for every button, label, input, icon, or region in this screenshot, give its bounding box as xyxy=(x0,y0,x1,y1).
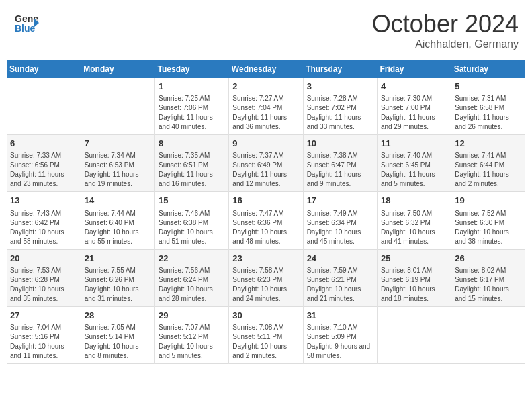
day-info: Sunrise: 7:49 AMSunset: 6:34 PMDaylight:… xyxy=(307,209,373,246)
day-number: 2 xyxy=(232,81,299,93)
day-info: Sunrise: 7:34 AMSunset: 6:53 PMDaylight:… xyxy=(85,151,151,189)
day-number: 21 xyxy=(85,253,151,265)
day-info: Sunrise: 7:25 AMSunset: 7:06 PMDaylight:… xyxy=(159,94,225,132)
day-number: 15 xyxy=(159,195,225,207)
day-number: 27 xyxy=(10,310,77,322)
day-info: Sunrise: 7:56 AMSunset: 6:24 PMDaylight:… xyxy=(159,266,225,304)
calendar-cell: 4Sunrise: 7:30 AMSunset: 7:00 PMDaylight… xyxy=(377,78,451,135)
day-info: Sunrise: 7:40 AMSunset: 6:45 PMDaylight:… xyxy=(381,151,447,189)
page-header: General Blue October 2024 Aichhalden, Ge… xyxy=(7,7,525,54)
calendar-cell: 17Sunrise: 7:49 AMSunset: 6:34 PMDayligh… xyxy=(303,192,377,249)
location-subtitle: Aichhalden, Germany xyxy=(372,38,519,50)
day-info: Sunrise: 7:52 AMSunset: 6:30 PMDaylight:… xyxy=(455,209,522,246)
day-info: Sunrise: 7:47 AMSunset: 6:36 PMDaylight:… xyxy=(232,209,299,246)
logo-icon: General Blue xyxy=(13,10,39,36)
day-info: Sunrise: 7:31 AMSunset: 6:58 PMDaylight:… xyxy=(455,94,522,132)
calendar-cell: 30Sunrise: 7:08 AMSunset: 5:11 PMDayligh… xyxy=(229,306,303,363)
calendar-week-row: 6Sunrise: 7:33 AMSunset: 6:56 PMDaylight… xyxy=(7,135,525,192)
calendar-cell: 10Sunrise: 7:38 AMSunset: 6:47 PMDayligh… xyxy=(303,135,377,192)
day-number: 17 xyxy=(307,195,373,207)
day-number: 5 xyxy=(455,81,522,93)
day-number: 11 xyxy=(381,138,447,150)
calendar-cell: 27Sunrise: 7:04 AMSunset: 5:16 PMDayligh… xyxy=(7,306,81,363)
day-number: 9 xyxy=(232,138,299,150)
calendar-cell: 29Sunrise: 7:07 AMSunset: 5:12 PMDayligh… xyxy=(155,306,229,363)
calendar-cell: 16Sunrise: 7:47 AMSunset: 6:36 PMDayligh… xyxy=(229,192,303,249)
day-info: Sunrise: 7:08 AMSunset: 5:11 PMDaylight:… xyxy=(232,323,299,361)
calendar-cell: 24Sunrise: 7:59 AMSunset: 6:21 PMDayligh… xyxy=(303,249,377,306)
day-number: 3 xyxy=(307,81,373,93)
day-number: 22 xyxy=(159,253,225,265)
calendar-cell xyxy=(377,306,451,363)
col-thursday: Thursday xyxy=(303,60,377,78)
calendar-cell: 2Sunrise: 7:27 AMSunset: 7:04 PMDaylight… xyxy=(229,78,303,135)
day-number: 6 xyxy=(10,138,77,150)
calendar-cell: 15Sunrise: 7:46 AMSunset: 6:38 PMDayligh… xyxy=(155,192,229,249)
calendar-cell: 6Sunrise: 7:33 AMSunset: 6:56 PMDaylight… xyxy=(7,135,81,192)
day-info: Sunrise: 8:02 AMSunset: 6:17 PMDaylight:… xyxy=(455,266,522,304)
day-number: 23 xyxy=(232,253,299,265)
calendar-cell: 9Sunrise: 7:37 AMSunset: 6:49 PMDaylight… xyxy=(229,135,303,192)
calendar-cell: 3Sunrise: 7:28 AMSunset: 7:02 PMDaylight… xyxy=(303,78,377,135)
calendar-cell: 5Sunrise: 7:31 AMSunset: 6:58 PMDaylight… xyxy=(451,78,525,135)
calendar-cell: 19Sunrise: 7:52 AMSunset: 6:30 PMDayligh… xyxy=(451,192,525,249)
day-info: Sunrise: 7:07 AMSunset: 5:12 PMDaylight:… xyxy=(159,323,225,361)
day-number: 1 xyxy=(159,81,225,93)
day-number: 29 xyxy=(159,310,225,322)
col-sunday: Sunday xyxy=(7,60,81,78)
title-block: October 2024 Aichhalden, Germany xyxy=(372,10,519,50)
col-monday: Monday xyxy=(81,60,154,78)
day-number: 7 xyxy=(85,138,151,150)
calendar-header-row: Sunday Monday Tuesday Wednesday Thursday… xyxy=(7,60,525,78)
logo: General Blue xyxy=(13,10,39,36)
col-friday: Friday xyxy=(377,60,451,78)
calendar-week-row: 20Sunrise: 7:53 AMSunset: 6:28 PMDayligh… xyxy=(7,249,525,306)
calendar-table: Sunday Monday Tuesday Wednesday Thursday… xyxy=(7,60,525,364)
calendar-cell: 13Sunrise: 7:43 AMSunset: 6:42 PMDayligh… xyxy=(7,192,81,249)
day-info: Sunrise: 7:50 AMSunset: 6:32 PMDaylight:… xyxy=(381,209,447,246)
day-number: 14 xyxy=(85,195,151,207)
calendar-cell: 8Sunrise: 7:35 AMSunset: 6:51 PMDaylight… xyxy=(155,135,229,192)
day-info: Sunrise: 7:05 AMSunset: 5:14 PMDaylight:… xyxy=(85,323,151,361)
calendar-cell: 18Sunrise: 7:50 AMSunset: 6:32 PMDayligh… xyxy=(377,192,451,249)
day-number: 8 xyxy=(159,138,225,150)
day-info: Sunrise: 7:27 AMSunset: 7:04 PMDaylight:… xyxy=(232,94,299,132)
day-info: Sunrise: 7:44 AMSunset: 6:40 PMDaylight:… xyxy=(85,209,151,246)
day-info: Sunrise: 7:37 AMSunset: 6:49 PMDaylight:… xyxy=(232,151,299,189)
day-number: 31 xyxy=(307,310,373,322)
day-info: Sunrise: 7:30 AMSunset: 7:00 PMDaylight:… xyxy=(381,94,447,132)
day-number: 18 xyxy=(381,195,447,207)
month-title: October 2024 xyxy=(372,10,519,38)
day-number: 30 xyxy=(232,310,299,322)
col-saturday: Saturday xyxy=(451,60,525,78)
svg-text:Blue: Blue xyxy=(15,23,36,34)
day-number: 26 xyxy=(455,253,522,265)
calendar-cell: 31Sunrise: 7:10 AMSunset: 5:09 PMDayligh… xyxy=(303,306,377,363)
calendar-cell xyxy=(451,306,525,363)
day-number: 13 xyxy=(10,195,77,207)
day-info: Sunrise: 7:28 AMSunset: 7:02 PMDaylight:… xyxy=(307,94,373,132)
day-info: Sunrise: 7:41 AMSunset: 6:44 PMDaylight:… xyxy=(455,151,522,189)
calendar-week-row: 13Sunrise: 7:43 AMSunset: 6:42 PMDayligh… xyxy=(7,192,525,249)
day-info: Sunrise: 7:33 AMSunset: 6:56 PMDaylight:… xyxy=(10,151,77,189)
calendar-cell: 11Sunrise: 7:40 AMSunset: 6:45 PMDayligh… xyxy=(377,135,451,192)
day-number: 16 xyxy=(232,195,299,207)
calendar-cell: 12Sunrise: 7:41 AMSunset: 6:44 PMDayligh… xyxy=(451,135,525,192)
day-info: Sunrise: 7:53 AMSunset: 6:28 PMDaylight:… xyxy=(10,266,77,304)
day-number: 4 xyxy=(381,81,447,93)
day-number: 19 xyxy=(455,195,522,207)
day-number: 12 xyxy=(455,138,522,150)
calendar-cell: 23Sunrise: 7:58 AMSunset: 6:23 PMDayligh… xyxy=(229,249,303,306)
calendar-cell: 14Sunrise: 7:44 AMSunset: 6:40 PMDayligh… xyxy=(81,192,154,249)
calendar-cell: 25Sunrise: 8:01 AMSunset: 6:19 PMDayligh… xyxy=(377,249,451,306)
day-number: 24 xyxy=(307,253,373,265)
day-info: Sunrise: 7:35 AMSunset: 6:51 PMDaylight:… xyxy=(159,151,225,189)
day-info: Sunrise: 7:59 AMSunset: 6:21 PMDaylight:… xyxy=(307,266,373,304)
col-wednesday: Wednesday xyxy=(229,60,303,78)
day-number: 10 xyxy=(307,138,373,150)
calendar-week-row: 27Sunrise: 7:04 AMSunset: 5:16 PMDayligh… xyxy=(7,306,525,363)
calendar-cell: 26Sunrise: 8:02 AMSunset: 6:17 PMDayligh… xyxy=(451,249,525,306)
day-number: 28 xyxy=(85,310,151,322)
day-info: Sunrise: 7:46 AMSunset: 6:38 PMDaylight:… xyxy=(159,209,225,246)
day-info: Sunrise: 8:01 AMSunset: 6:19 PMDaylight:… xyxy=(381,266,447,304)
